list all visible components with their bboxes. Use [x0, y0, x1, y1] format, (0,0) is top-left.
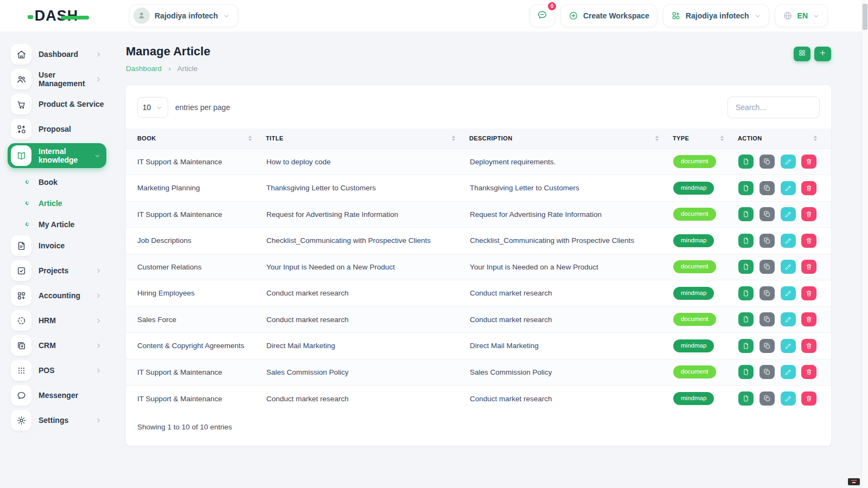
delete-article-button[interactable]	[801, 234, 816, 248]
cell-title: Conduct market research	[266, 280, 469, 307]
dash-logo[interactable]: DASH	[35, 8, 79, 24]
delete-article-button[interactable]	[801, 181, 816, 195]
type-badge: mindmap	[673, 182, 714, 195]
edit-article-button[interactable]	[781, 207, 796, 221]
sort-icon[interactable]	[452, 136, 455, 141]
view-article-button[interactable]	[738, 181, 754, 195]
cell-description: Conduct market research	[469, 280, 673, 307]
sidebar-item-invoice[interactable]: Invoice	[11, 235, 113, 256]
create-workspace-button[interactable]: Create Workspace	[560, 4, 658, 27]
entries-per-page-select[interactable]: 10	[137, 97, 168, 118]
view-article-button[interactable]	[738, 339, 754, 353]
copy-article-button[interactable]	[760, 181, 775, 195]
search-input[interactable]	[727, 97, 820, 118]
cell-title: Conduct market research	[266, 386, 469, 412]
column-header-title[interactable]: TITLE	[266, 129, 469, 149]
grid-icon	[798, 49, 806, 59]
column-header-type[interactable]: TYPE	[673, 129, 738, 149]
column-header-action[interactable]: ACTION	[738, 129, 831, 149]
delete-article-button[interactable]	[801, 207, 816, 221]
edit-article-button[interactable]	[781, 339, 796, 353]
copy-article-button[interactable]	[760, 312, 775, 326]
breadcrumb-separator: ›	[169, 65, 171, 73]
cell-book: Hiring Employees	[126, 280, 266, 307]
sidebar-item-messenger[interactable]: Messenger	[11, 384, 113, 406]
scrollbar-thumb[interactable]	[863, 4, 867, 30]
copy-article-button[interactable]	[760, 260, 775, 274]
grid-view-button[interactable]	[794, 47, 810, 61]
view-article-button[interactable]	[738, 391, 754, 406]
main-content: Manage Article Dashboard › Article 10	[113, 31, 868, 446]
sidebar-subitem-book[interactable]: Book	[11, 171, 113, 192]
sort-icon[interactable]	[720, 136, 724, 141]
view-article-button[interactable]	[738, 312, 754, 326]
sidebar-item-accounting[interactable]: Accounting	[11, 285, 113, 306]
table-row: Sales Force Conduct market research Cond…	[126, 306, 831, 333]
sidebar-subitem-article[interactable]: Article	[11, 192, 113, 214]
sidebar-item-user-management[interactable]: User Management	[11, 68, 113, 90]
breadcrumb-dashboard-link[interactable]: Dashboard	[126, 65, 162, 73]
delete-article-button[interactable]	[801, 312, 816, 326]
edit-article-button[interactable]	[781, 365, 796, 379]
copy-article-button[interactable]	[760, 391, 775, 406]
sidebar-item-settings[interactable]: Settings	[11, 409, 113, 431]
edit-article-button[interactable]	[781, 181, 796, 195]
edit-article-button[interactable]	[781, 155, 796, 169]
column-header-description[interactable]: DESCRIPTION	[469, 129, 673, 149]
edit-article-button[interactable]	[781, 286, 796, 300]
view-article-button[interactable]	[738, 155, 754, 169]
delete-article-button[interactable]	[801, 260, 816, 274]
sort-icon[interactable]	[248, 136, 252, 141]
sidebar-item-pos[interactable]: POS	[11, 359, 113, 381]
sidebar-item-projects[interactable]: Projects	[11, 260, 113, 281]
edit-article-button[interactable]	[781, 260, 796, 274]
view-article-button[interactable]	[738, 207, 754, 221]
sidebar-item-internal-knowledge[interactable]: Internal knowledge	[8, 143, 106, 168]
sidebar-item-proposal[interactable]: Proposal	[11, 118, 113, 140]
sort-icon[interactable]	[814, 136, 817, 141]
sidebar-item-crm[interactable]: CRM	[11, 335, 113, 356]
delete-article-button[interactable]	[801, 365, 816, 379]
copy-article-button[interactable]	[760, 339, 775, 353]
add-article-button[interactable]	[814, 47, 831, 61]
workspace-selector[interactable]: Rajodiya infotech	[129, 4, 238, 27]
sidebar-item-label: Dashboard	[39, 50, 88, 59]
sidebar-item-product-service[interactable]: Product & Service	[11, 93, 113, 115]
sidebar-subitem-my-article[interactable]: My Article	[11, 214, 113, 235]
sort-icon[interactable]	[655, 136, 659, 141]
language-selector[interactable]: EN	[775, 4, 828, 27]
chevron-down-icon	[754, 12, 761, 20]
view-article-button[interactable]	[738, 286, 754, 300]
bullet-icon	[25, 179, 30, 184]
sidebar-item-dashboard[interactable]: Dashboard	[11, 43, 113, 65]
messenger-button[interactable]: 0	[529, 4, 555, 27]
view-article-button[interactable]	[738, 234, 754, 248]
view-article-button[interactable]	[738, 260, 754, 274]
table-row: Content & Copyright Agreements Direct Ma…	[126, 333, 831, 359]
sidebar-subitem-label: Book	[39, 178, 58, 187]
cell-book: Marketing Planning	[126, 175, 266, 202]
edit-article-button[interactable]	[781, 312, 796, 326]
column-header-book[interactable]: BOOK	[126, 129, 266, 149]
type-badge: mindmap	[673, 392, 714, 405]
entries-per-page-label: entries per page	[175, 103, 230, 112]
copy-article-button[interactable]	[760, 365, 775, 379]
edit-article-button[interactable]	[781, 391, 796, 406]
page-title: Manage Article	[126, 44, 210, 59]
copy-article-button[interactable]	[760, 155, 775, 169]
article-table-card: 10 entries per page BOOKTITLEDESCRIPTION…	[126, 85, 831, 446]
delete-article-button[interactable]	[801, 155, 816, 169]
vertical-scrollbar[interactable]	[861, 0, 868, 488]
invoice-icon	[11, 235, 31, 256]
edit-article-button[interactable]	[781, 234, 796, 248]
delete-article-button[interactable]	[801, 286, 816, 300]
delete-article-button[interactable]	[801, 339, 816, 353]
copy-article-button[interactable]	[760, 286, 775, 300]
cell-description: Conduct market research	[469, 306, 673, 333]
copy-article-button[interactable]	[760, 207, 775, 221]
sidebar-item-hrm[interactable]: HRM	[11, 310, 113, 331]
delete-article-button[interactable]	[801, 391, 816, 406]
account-workspace-dropdown[interactable]: Rajodiya infotech	[663, 4, 769, 27]
view-article-button[interactable]	[738, 365, 754, 379]
copy-article-button[interactable]	[760, 234, 775, 248]
